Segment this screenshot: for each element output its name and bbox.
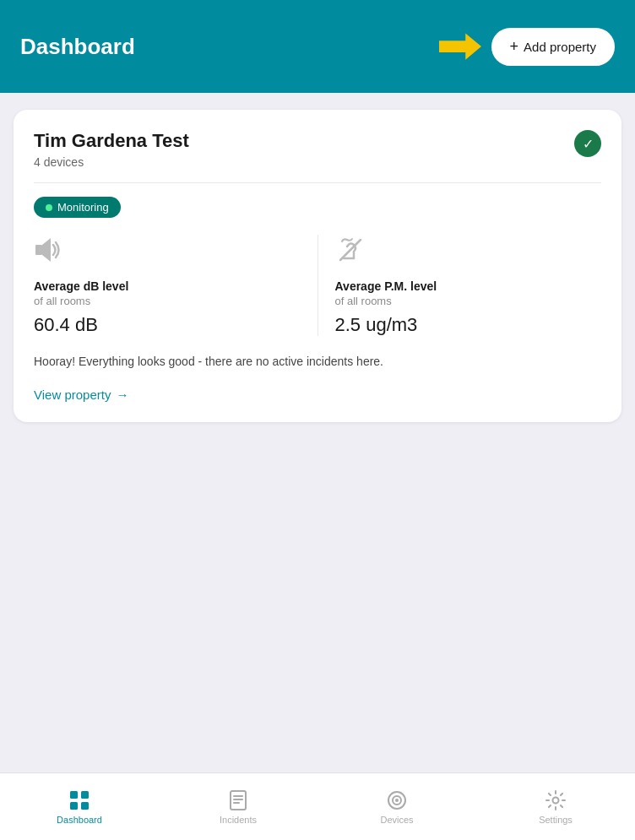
nav-item-incidents[interactable]: Incidents <box>159 789 318 825</box>
monitoring-label: Monitoring <box>57 201 109 214</box>
card-title-group: Tim Gardena Test 4 devices <box>34 130 189 169</box>
property-name: Tim Gardena Test <box>34 130 189 152</box>
svg-rect-5 <box>70 791 78 799</box>
divider-1 <box>34 182 601 183</box>
incidents-nav-icon <box>227 789 249 811</box>
smoke-icon <box>335 235 602 271</box>
arrow-icon <box>439 31 481 62</box>
pm-label: Average P.M. level <box>335 279 602 293</box>
settings-nav-icon <box>545 789 567 811</box>
pm-metric: Average P.M. level of all rooms 2.5 ug/m… <box>335 235 602 336</box>
metrics-row: Average dB level of all rooms 60.4 dB Av… <box>34 235 601 336</box>
incidents-nav-label: Incidents <box>220 815 257 825</box>
check-icon: ✓ <box>574 130 601 157</box>
header-actions: + Add property <box>439 28 615 66</box>
metric-divider <box>318 235 318 336</box>
svg-point-16 <box>553 797 559 803</box>
arrow-right-icon: → <box>116 387 128 402</box>
plus-icon: + <box>510 38 519 56</box>
main-content: Tim Gardena Test 4 devices ✓ Monitoring <box>0 93 635 772</box>
bottom-nav: Dashboard Incidents Devices Settings <box>0 772 635 840</box>
view-property-link[interactable]: View property → <box>34 387 601 402</box>
device-count: 4 devices <box>34 155 189 169</box>
view-property-label: View property <box>34 387 111 402</box>
monitoring-badge: Monitoring <box>34 197 121 218</box>
settings-nav-label: Settings <box>539 815 573 825</box>
nav-item-settings[interactable]: Settings <box>476 789 635 825</box>
nav-item-devices[interactable]: Devices <box>318 789 476 825</box>
speaker-icon <box>34 235 301 271</box>
svg-marker-0 <box>439 33 481 59</box>
db-value: 60.4 dB <box>34 314 301 336</box>
badge-dot <box>46 204 52 211</box>
svg-rect-7 <box>70 802 78 810</box>
app-header: Dashboard + Add property <box>0 0 635 93</box>
add-property-label: Add property <box>524 40 596 54</box>
db-sublabel: of all rooms <box>34 295 301 307</box>
dashboard-nav-label: Dashboard <box>57 815 102 825</box>
svg-rect-8 <box>81 802 89 810</box>
svg-point-15 <box>395 799 399 802</box>
nav-item-dashboard[interactable]: Dashboard <box>0 789 159 825</box>
property-card: Tim Gardena Test 4 devices ✓ Monitoring <box>14 110 621 422</box>
card-header: Tim Gardena Test 4 devices ✓ <box>34 130 601 169</box>
status-message: Hooray! Everything looks good - there ar… <box>34 353 601 371</box>
page-title: Dashboard <box>20 34 135 60</box>
db-label: Average dB level <box>34 279 301 293</box>
dashboard-nav-icon <box>68 789 90 811</box>
pm-sublabel: of all rooms <box>335 295 602 307</box>
devices-nav-label: Devices <box>380 815 413 825</box>
devices-nav-icon <box>386 789 408 811</box>
db-metric: Average dB level of all rooms 60.4 dB <box>34 235 301 336</box>
pm-value: 2.5 ug/m3 <box>335 314 602 336</box>
svg-rect-6 <box>81 791 89 799</box>
svg-rect-1 <box>35 245 42 255</box>
svg-marker-2 <box>42 238 51 262</box>
add-property-button[interactable]: + Add property <box>491 28 615 66</box>
